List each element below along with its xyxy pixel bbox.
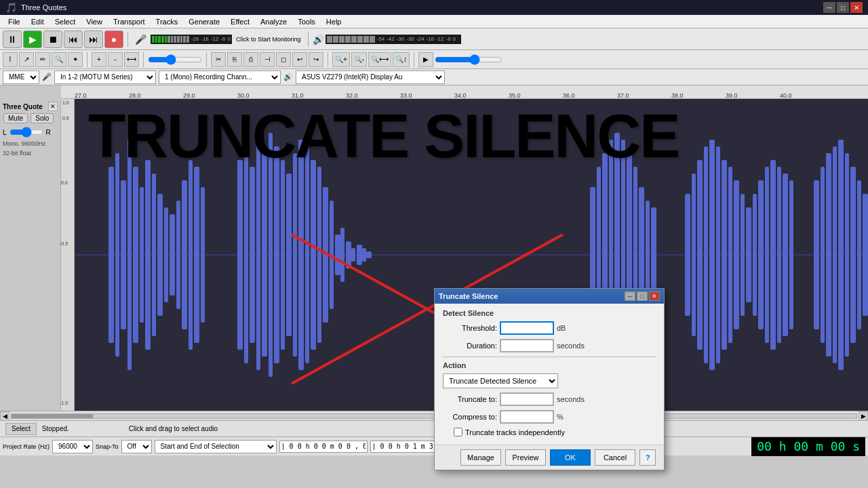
compress-to-unit: % xyxy=(557,413,564,421)
svg-rect-74 xyxy=(845,153,849,357)
zoom-in[interactable]: + xyxy=(92,52,106,67)
pan-slider[interactable] xyxy=(9,127,43,138)
ruler-mark-40: 40.0 xyxy=(780,92,792,99)
zoom-proj[interactable]: 🔍↕ xyxy=(393,52,410,67)
svg-rect-24 xyxy=(281,160,285,350)
device-bar: MME 🎤 In 1-2 (MOTU M Series) 1 (Mono) Re… xyxy=(0,69,868,85)
scroll-right-btn[interactable]: ▶ xyxy=(859,411,868,421)
skip-end-button[interactable]: ⏭ xyxy=(84,30,103,48)
svg-rect-61 xyxy=(746,207,751,302)
input-device-select[interactable]: In 1-2 (MOTU M Series) xyxy=(54,70,156,84)
menu-item-tracks[interactable]: Tracks xyxy=(151,16,184,27)
help-button[interactable]: ? xyxy=(639,449,656,466)
channel-select[interactable]: 1 (Mono) Recording Chann... xyxy=(159,70,281,84)
play-at-speed[interactable]: ▶ xyxy=(418,52,433,67)
speaker-icon: 🔊 xyxy=(313,34,324,45)
record-button[interactable]: ● xyxy=(104,30,123,48)
zoom-sel[interactable]: 🔍⟷ xyxy=(368,52,391,67)
minimize-button[interactable]: ─ xyxy=(823,2,835,13)
output-device-select[interactable]: ASUS VZ279 (Intel(R) Display Au xyxy=(296,70,445,84)
ruler-mark-34: 34.0 xyxy=(454,92,467,99)
menu-item-analyze[interactable]: Analyze xyxy=(255,16,292,27)
db-scale: 1.0 0.5 0.0 -0.5 -1.0 xyxy=(61,99,75,411)
zoom-tool[interactable]: 🔍 xyxy=(52,52,66,67)
mute-button[interactable]: Mute xyxy=(3,113,28,123)
select-button[interactable]: Select xyxy=(5,423,37,435)
svg-rect-36 xyxy=(351,248,355,262)
zoom-in2[interactable]: 🔍+ xyxy=(332,52,350,67)
trim[interactable]: ⊣ xyxy=(260,52,275,67)
pause-button[interactable]: ⏸ xyxy=(3,30,22,48)
selection-start-input[interactable] xyxy=(279,441,368,453)
stop-button[interactable]: ⏹ xyxy=(43,30,62,48)
close-button[interactable]: ✕ xyxy=(850,2,863,13)
play-button[interactable]: ▶ xyxy=(23,30,42,48)
duration-input[interactable]: 0.5 xyxy=(500,339,554,352)
copy[interactable]: ⎘ xyxy=(227,52,242,67)
maximize-button[interactable]: □ xyxy=(837,2,849,13)
svg-rect-58 xyxy=(728,167,732,343)
menu-item-effect[interactable]: Effect xyxy=(225,16,255,27)
zoom-out[interactable]: - xyxy=(108,52,123,67)
envelope-tool[interactable]: ↗ xyxy=(19,52,34,67)
svg-rect-72 xyxy=(833,146,837,363)
undo[interactable]: ↩ xyxy=(292,52,307,67)
dialog-close-btn[interactable]: ✕ xyxy=(649,291,660,301)
svg-rect-23 xyxy=(274,146,279,363)
silence[interactable]: ◻ xyxy=(276,52,291,67)
zoom-out2[interactable]: 🔍- xyxy=(351,52,367,67)
paste[interactable]: ⎙ xyxy=(243,52,258,67)
ok-button[interactable]: OK xyxy=(550,449,591,466)
threshold-row: Threshold: -20 dB xyxy=(443,321,656,335)
menu-item-transport[interactable]: Transport xyxy=(108,16,151,27)
draw-tool[interactable]: ✏ xyxy=(35,52,50,67)
track-close-btn[interactable]: ✕ xyxy=(48,102,58,111)
preview-button[interactable]: Preview xyxy=(505,449,546,466)
cancel-button[interactable]: Cancel xyxy=(595,449,635,466)
redo[interactable]: ↪ xyxy=(309,52,323,67)
snap-to-select[interactable]: Off xyxy=(121,440,152,453)
play-speed-slider[interactable] xyxy=(435,54,502,65)
menu-item-generate[interactable]: Generate xyxy=(183,16,225,27)
svg-rect-39 xyxy=(366,251,372,258)
truncate-to-input[interactable]: 0.5 xyxy=(500,392,554,406)
scroll-left-btn[interactable]: ◀ xyxy=(0,411,9,421)
menu-item-select[interactable]: Select xyxy=(50,16,81,27)
track-format: Mono, 96000Hz xyxy=(3,140,58,147)
pan-r-label: R xyxy=(46,129,51,136)
ruler-labels: 27.0 28.0 29.0 30.0 31.0 32.0 33.0 34.0 … xyxy=(75,85,868,99)
svg-rect-30 xyxy=(317,167,321,343)
audio-host-select[interactable]: MME xyxy=(3,70,39,84)
solo-button[interactable]: Solo xyxy=(31,113,54,123)
menu-item-file[interactable]: File xyxy=(3,16,26,27)
zoom-fit[interactable]: ⟷ xyxy=(124,52,139,67)
project-rate-select[interactable]: 96000 xyxy=(52,440,93,453)
skip-start-button[interactable]: ⏮ xyxy=(64,30,83,48)
compress-to-input[interactable]: 50 xyxy=(500,410,554,424)
menu-item-view[interactable]: View xyxy=(81,16,108,27)
selection-type-select[interactable]: Start and End of Selection xyxy=(155,440,277,453)
action-title: Action xyxy=(443,361,656,369)
menu-item-help[interactable]: Help xyxy=(321,16,347,27)
svg-rect-29 xyxy=(311,160,316,350)
select-tool[interactable]: I xyxy=(3,52,18,67)
playback-speed-slider[interactable] xyxy=(148,54,202,65)
threshold-label: Threshold: xyxy=(443,324,497,332)
dialog-minimize-btn[interactable]: ─ xyxy=(625,291,635,301)
manage-button[interactable]: Manage xyxy=(460,449,501,466)
action-select[interactable]: Truncate Detected Silence Add Label at S… xyxy=(443,373,558,388)
truncate-to-unit: seconds xyxy=(557,395,585,403)
multi-tool[interactable]: ✦ xyxy=(68,52,83,67)
track-name: Three Quote xyxy=(3,103,43,110)
menu-item-edit[interactable]: Edit xyxy=(26,16,50,27)
h-scroll-thumb[interactable] xyxy=(12,414,93,418)
menu-item-tools[interactable]: Tools xyxy=(292,16,321,27)
sep5 xyxy=(206,52,207,67)
threshold-input[interactable]: -20 xyxy=(500,321,554,335)
threshold-unit: dB xyxy=(557,324,566,332)
truncate-independently-checkbox[interactable] xyxy=(454,428,462,436)
cut-trim[interactable]: ✂ xyxy=(211,52,226,67)
dialog-maximize-btn[interactable]: □ xyxy=(637,291,648,301)
ruler: 27.0 28.0 29.0 30.0 31.0 32.0 33.0 34.0 … xyxy=(61,85,868,99)
svg-rect-66 xyxy=(777,167,781,343)
